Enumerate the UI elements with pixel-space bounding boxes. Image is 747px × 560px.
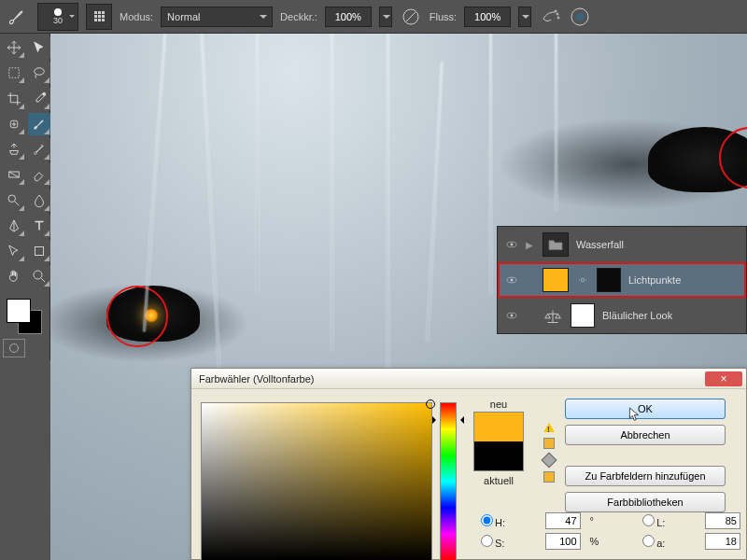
color-balance-icon bbox=[543, 307, 563, 324]
numeric-fields: H: ° L: S: % a: bbox=[481, 512, 742, 550]
brush-preset-picker[interactable]: 30 bbox=[37, 3, 78, 31]
crop-tool[interactable] bbox=[3, 88, 25, 110]
canvas-water-drip bbox=[256, 34, 259, 295]
a-radio[interactable] bbox=[642, 535, 655, 547]
foreground-color-swatch[interactable] bbox=[7, 299, 31, 323]
healing-brush-tool[interactable] bbox=[3, 113, 25, 135]
flow-dropdown-arrow[interactable] bbox=[518, 7, 531, 27]
svg-point-13 bbox=[34, 271, 42, 279]
eyedropper-tool[interactable] bbox=[28, 88, 50, 110]
layer-row-fill[interactable]: Lichtpunkte bbox=[498, 262, 746, 298]
add-to-swatches-button[interactable]: Zu Farbfeldern hinzufügen bbox=[565, 466, 726, 486]
zoom-tool[interactable] bbox=[28, 265, 50, 287]
ok-button[interactable]: OK bbox=[565, 399, 726, 419]
layer-row-adjustment[interactable]: Bläulicher Look bbox=[498, 298, 746, 333]
svg-point-17 bbox=[511, 279, 513, 281]
canvas-water-drip bbox=[555, 34, 557, 211]
shape-tool[interactable] bbox=[28, 240, 50, 262]
svg-rect-12 bbox=[35, 247, 44, 256]
blend-mode-dropdown[interactable]: Normal bbox=[161, 7, 273, 27]
brush-tool-indicator-icon bbox=[6, 5, 30, 29]
svg-point-3 bbox=[557, 17, 559, 19]
tablet-pressure-size-icon[interactable] bbox=[569, 6, 591, 28]
websafe-warning-icon[interactable] bbox=[542, 453, 557, 469]
layer-mask-thumbnail[interactable] bbox=[571, 303, 595, 328]
s-input[interactable] bbox=[545, 533, 581, 550]
cursor-icon bbox=[628, 406, 641, 423]
s-unit: % bbox=[590, 536, 603, 547]
selection-arrow-tool[interactable] bbox=[28, 36, 50, 59]
current-color-swatch bbox=[474, 441, 523, 470]
move-tool[interactable] bbox=[3, 36, 25, 59]
sv-picker-indicator bbox=[426, 399, 435, 409]
layer-name[interactable]: Bläulicher Look bbox=[602, 310, 739, 321]
brush-dot-icon bbox=[54, 8, 62, 16]
svg-point-8 bbox=[43, 92, 46, 95]
dialog-title: Farbwähler (Volltonfarbe) bbox=[195, 373, 705, 385]
layer-name[interactable]: Wasserfall bbox=[576, 239, 739, 250]
type-tool[interactable] bbox=[28, 215, 50, 237]
gamut-nearest-swatch[interactable] bbox=[543, 438, 555, 449]
eraser-tool[interactable] bbox=[28, 163, 50, 186]
color-swatches[interactable] bbox=[3, 295, 48, 336]
lasso-tool[interactable] bbox=[28, 62, 50, 84]
l-input[interactable] bbox=[705, 512, 740, 529]
flow-label: Fluss: bbox=[430, 11, 457, 22]
layer-name[interactable]: Lichtpunkte bbox=[628, 274, 739, 286]
clone-stamp-tool[interactable] bbox=[3, 138, 25, 161]
h-radio[interactable] bbox=[481, 514, 493, 526]
path-selection-tool[interactable] bbox=[3, 240, 25, 262]
marquee-tool[interactable] bbox=[3, 62, 25, 84]
color-libraries-button[interactable]: Farbbibliotheken bbox=[565, 492, 726, 512]
svg-point-1 bbox=[555, 10, 557, 12]
layer-visibility-toggle[interactable] bbox=[505, 238, 518, 251]
websafe-nearest-swatch[interactable] bbox=[543, 471, 555, 483]
layer-visibility-toggle[interactable] bbox=[505, 273, 518, 287]
layer-thumbnail[interactable] bbox=[543, 268, 569, 292]
brush-size-value: 30 bbox=[53, 16, 63, 25]
group-expand-arrow-icon[interactable]: ▶ bbox=[526, 240, 535, 250]
brush-tool[interactable] bbox=[28, 113, 50, 135]
saturation-value-field[interactable] bbox=[201, 402, 432, 560]
airbrush-toggle-icon[interactable] bbox=[539, 6, 561, 28]
s-radio-label: S: bbox=[481, 535, 538, 549]
layer-mask-thumbnail[interactable] bbox=[597, 268, 621, 292]
l-radio-label: L: bbox=[642, 514, 698, 528]
pen-tool[interactable] bbox=[3, 215, 25, 237]
gradient-tool[interactable] bbox=[3, 163, 25, 186]
quickmask-toggle[interactable] bbox=[3, 339, 25, 357]
new-color-swatch bbox=[474, 413, 523, 441]
flow-input[interactable]: 100% bbox=[464, 7, 511, 27]
blur-tool[interactable] bbox=[28, 189, 50, 212]
brush-panel-toggle[interactable] bbox=[86, 4, 112, 30]
color-preview-box[interactable] bbox=[473, 412, 524, 471]
dodge-tool[interactable] bbox=[3, 189, 25, 212]
folder-icon bbox=[543, 232, 569, 257]
cancel-button[interactable]: Abbrechen bbox=[565, 425, 726, 445]
svg-point-7 bbox=[35, 68, 45, 76]
svg-point-15 bbox=[511, 244, 513, 245]
blend-mode-label: Modus: bbox=[120, 11, 153, 22]
l-radio[interactable] bbox=[642, 514, 655, 526]
layer-mask-link-icon[interactable] bbox=[576, 273, 589, 287]
history-brush-tool[interactable] bbox=[28, 138, 50, 161]
options-bar: 30 Modus: Normal Deckkr.: 100% Fluss: 10… bbox=[0, 0, 747, 34]
a-input[interactable] bbox=[705, 533, 740, 550]
tool-palette bbox=[0, 34, 50, 360]
canvas-water-drip bbox=[489, 34, 492, 295]
hue-slider[interactable] bbox=[440, 402, 457, 560]
dialog-titlebar[interactable]: Farbwähler (Volltonfarbe) × bbox=[191, 369, 746, 389]
close-button[interactable]: × bbox=[705, 371, 742, 386]
gamut-warning-icon[interactable] bbox=[543, 417, 555, 432]
s-radio[interactable] bbox=[481, 535, 493, 547]
current-color-label: aktuell bbox=[484, 475, 514, 486]
tablet-pressure-opacity-icon[interactable] bbox=[400, 6, 422, 28]
canvas-water-drip bbox=[331, 34, 333, 351]
layer-row-group[interactable]: ▶ Wasserfall bbox=[498, 227, 746, 262]
opacity-dropdown-arrow[interactable] bbox=[379, 7, 392, 27]
hand-tool[interactable] bbox=[3, 265, 25, 287]
layer-visibility-toggle[interactable] bbox=[505, 309, 518, 322]
svg-point-5 bbox=[576, 13, 584, 21]
opacity-input[interactable]: 100% bbox=[325, 7, 372, 27]
h-input[interactable] bbox=[545, 512, 581, 529]
